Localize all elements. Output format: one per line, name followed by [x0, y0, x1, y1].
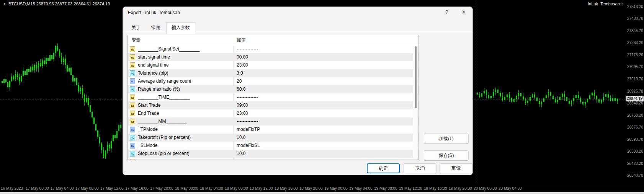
price-axis-label: 26508.20 [627, 149, 643, 153]
candles-left [2, 43, 121, 159]
time-axis-label: 18 May 04:00 [200, 186, 223, 191]
parameter-value[interactable]: 10.0 [237, 151, 245, 156]
time-axis-label: 19 May 00:00 [324, 186, 348, 191]
parameter-name: StopLoss (pip or percent) [138, 151, 190, 156]
string-param-icon: ab [130, 95, 135, 100]
double-param-icon: ½ [130, 135, 135, 140]
parameter-row[interactable]: abEnd Trade23:00 [128, 109, 418, 117]
double-param-icon: ½ [130, 86, 135, 92]
string-param-icon: ab [130, 62, 135, 68]
parameter-name: Range max ratio (%) [138, 86, 180, 92]
price-axis-label: 26675.70 [627, 125, 643, 129]
time-axis-label: 19 May 20:30 [449, 186, 472, 191]
parameter-name: ________MM________ [138, 119, 186, 124]
price-axis-label: 26843.20 [627, 101, 643, 105]
parameter-value[interactable]: 20 [237, 78, 242, 84]
integer-param-icon: 123 [130, 78, 135, 84]
time-axis-label: 18 May 16:00 [275, 186, 298, 191]
help-icon[interactable]: ? [443, 9, 451, 16]
string-param-icon: ab [130, 103, 135, 108]
time-axis-label: 17 May 12:00 [100, 186, 124, 191]
time-axis-label: 16 May 2023 [1, 186, 23, 191]
parameter-value[interactable]: modeFixSL [237, 143, 260, 148]
bid-price-tag: 26874.19 [626, 96, 644, 101]
symbol-info-bar: ▼ BTCUSD,M15 26870.96 26877.03 26864.61 … [3, 2, 110, 6]
tab-common[interactable]: 常用 [146, 23, 165, 33]
tab-input-parameters[interactable]: 输入参数 [166, 22, 195, 34]
parameter-row[interactable]: ½StopLoss (pip or percent)10.0 [128, 150, 418, 158]
parameter-row[interactable]: ab________TIME________-------------- [128, 93, 418, 101]
parameter-value[interactable]: -------------- [237, 46, 258, 52]
candles-right [477, 86, 618, 108]
time-axis-label: 17 May 04:00 [51, 186, 74, 191]
parameter-name: Tolerance (pip) [138, 70, 168, 76]
parameter-name: ________Signal Set________ [138, 46, 199, 52]
price-axis-label: 26423.20 [627, 161, 643, 166]
string-param-icon: ab [130, 46, 135, 52]
parameter-name: Takeprofit (Pip or percent) [138, 135, 191, 140]
save-button[interactable]: 保存(S) [424, 150, 469, 161]
ok-button[interactable]: 确定 [367, 163, 400, 173]
parameter-value[interactable]: 60.0 [237, 86, 245, 92]
parameter-row[interactable]: abend signal time23:00 [128, 61, 418, 69]
parameter-row[interactable]: ½Tolerance (pip)3.0 [128, 69, 418, 77]
time-axis[interactable]: 16 May 202317 May 00:0017 May 04:0017 Ma… [0, 186, 644, 192]
parameter-name: _SLMode [138, 143, 157, 148]
double-param-icon: ½ [130, 151, 135, 157]
scrollbar-thumb[interactable] [415, 46, 417, 108]
price-axis-label: 27095.70 [627, 65, 643, 69]
table-rows: ab________Signal Set________------------… [128, 45, 418, 160]
parameter-name: End Trade [138, 111, 159, 116]
parameter-name: start signal time [138, 54, 170, 60]
symbol-ohlc-text: BTCUSD,M15 26870.96 26877.03 26864.61 26… [8, 2, 110, 6]
parameter-value[interactable]: 10.0 [237, 135, 245, 140]
parameter-row[interactable]: ab________MM________-------------- [128, 117, 418, 126]
time-axis-label: 19 May 16:30 [424, 186, 447, 191]
table-scrollbar[interactable] [413, 46, 418, 159]
parameter-row[interactable]: 123_SLModemodeFixSL [128, 142, 418, 150]
parameter-value[interactable]: 09:00 [237, 103, 248, 108]
cancel-button[interactable]: 取消 [404, 163, 436, 173]
ea-status-badge: inLuk_Tembusan☺ [588, 2, 624, 6]
load-button[interactable]: 加载(L) [424, 134, 469, 144]
parameter-value[interactable]: -------------- [237, 95, 258, 100]
time-axis-label: 18 May 00:00 [175, 186, 198, 191]
parameter-row[interactable]: ½Range max ratio (%)60.0 [128, 85, 418, 93]
double-param-icon: ½ [130, 70, 135, 76]
price-axis-label: 26590.70 [627, 137, 643, 142]
parameter-value[interactable]: -------------- [237, 119, 258, 124]
window-bottom-strip [0, 192, 644, 194]
parameter-row[interactable]: abstart signal time00:00 [128, 53, 418, 61]
parameter-row[interactable]: ab________LOT________-------------- [128, 158, 418, 160]
time-axis-label: 18 May 12:00 [250, 186, 273, 191]
close-icon[interactable]: ✕ [459, 9, 468, 16]
dialog-tabstrip: 关于常用输入参数 [123, 22, 472, 32]
integer-param-icon: 123 [130, 127, 135, 132]
table-header-row: 变量 赋值 [128, 35, 418, 45]
string-param-icon: ab [130, 159, 135, 160]
parameter-row[interactable]: 123Average daily range count20 [128, 77, 418, 85]
price-axis-label: 27430.70 [627, 16, 643, 21]
parameter-value[interactable]: 23:00 [237, 62, 248, 68]
parameter-value[interactable]: modeFixTP [237, 127, 260, 132]
time-axis-label: 17 May 08:00 [75, 186, 99, 191]
input-parameters-table: 变量 赋值 ab________Signal Set________------… [127, 35, 419, 160]
time-axis-label: 18 May 20:00 [299, 186, 323, 191]
parameter-value[interactable]: 3.0 [237, 70, 243, 76]
parameter-value[interactable]: 00:00 [237, 54, 248, 60]
price-axis[interactable]: 27513.2027430.7027345.7027263.2027178.20… [625, 0, 644, 185]
parameter-row[interactable]: 123_TPModemodeFixTP [128, 126, 418, 134]
price-axis-label: 27178.20 [627, 53, 643, 57]
parameter-value[interactable]: 23:00 [237, 111, 248, 116]
parameter-row[interactable]: ab________Signal Set________------------… [128, 45, 418, 53]
parameter-row[interactable]: ½Takeprofit (Pip or percent)10.0 [128, 134, 418, 142]
time-axis-label: 17 May 16:00 [125, 186, 149, 191]
parameter-value[interactable]: -------------- [237, 159, 258, 160]
reset-button[interactable]: 重设 [440, 163, 472, 173]
parameter-row[interactable]: abStart Trade09:00 [128, 101, 418, 109]
time-axis-label: 17 May 20:00 [150, 186, 173, 191]
time-axis-label: 19 May 12:30 [399, 186, 422, 191]
integer-param-icon: 123 [130, 143, 135, 148]
symbol-dropdown-icon[interactable]: ▼ [3, 2, 6, 6]
tab-about[interactable]: 关于 [126, 23, 145, 33]
